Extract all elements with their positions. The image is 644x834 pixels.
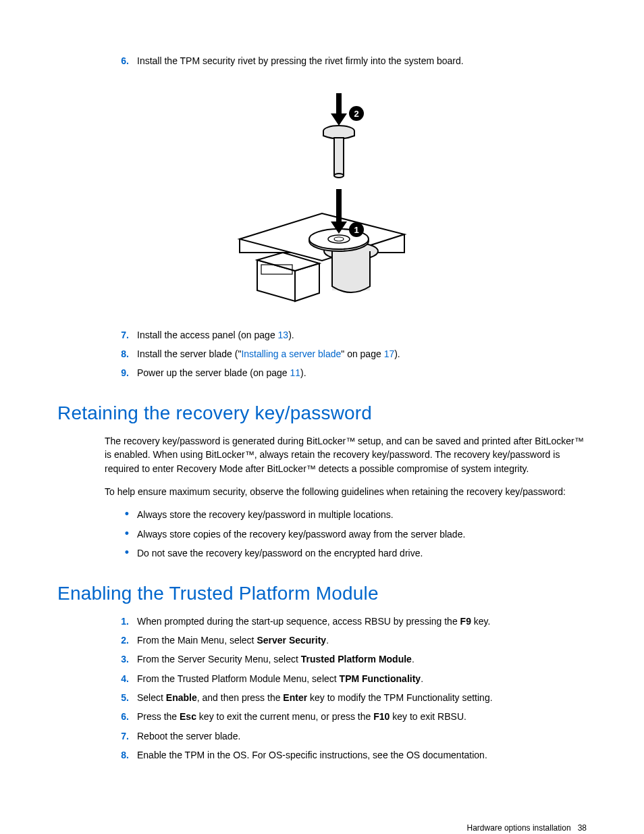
step-text: Install the access panel (on page 13). <box>137 328 587 342</box>
step-text: From the Server Security Menu, select Tr… <box>137 652 587 666</box>
menu-tpm-functionality: TPM Functionality <box>340 673 421 684</box>
heading-retaining: Retaining the recovery key/password <box>57 400 587 427</box>
en-step-6: 6. Press the Esc key to exit the current… <box>57 710 587 723</box>
page-link-11[interactable]: 11 <box>290 367 300 378</box>
step-text: Power up the server blade (on page 11). <box>137 366 587 380</box>
step-num: 8. <box>105 347 137 361</box>
step-7: 7. Install the access panel (on page 13)… <box>57 328 587 342</box>
step-text: Press the Esc key to exit the current me… <box>137 710 587 723</box>
step-num: 7. <box>105 328 137 342</box>
bullet-1: • Always store the recovery key/password… <box>57 508 587 521</box>
step-num: 9. <box>105 366 137 380</box>
bullet-text: Do not save the recovery key/password on… <box>137 546 423 560</box>
bullet-3: • Do not save the recovery key/password … <box>57 546 587 560</box>
step-num: 6. <box>105 710 137 723</box>
bullet-text: Always store the recovery key/password i… <box>137 508 394 521</box>
step-num: 4. <box>105 672 137 685</box>
footer-section: Hardware options installation <box>467 823 571 833</box>
en-step-5: 5. Select Enable, and then press the Ent… <box>57 691 587 704</box>
para-retain-2: To help ensure maximum security, observe… <box>57 485 587 498</box>
step-num: 5. <box>105 691 137 704</box>
step-num: 2. <box>105 633 137 647</box>
step-text: Install the server blade ("Installing a … <box>137 347 587 361</box>
page-link-17[interactable]: 17 <box>384 348 395 359</box>
key-enter: Enter <box>283 692 307 703</box>
svg-rect-14 <box>334 138 344 176</box>
link-installing-server-blade[interactable]: Installing a server blade <box>241 348 341 359</box>
step-text: When prompted during the start-up sequen… <box>137 615 587 628</box>
en-step-2: 2. From the Main Menu, select Server Sec… <box>57 633 587 647</box>
en-step-1: 1. When prompted during the start-up seq… <box>57 615 587 628</box>
key-f9: F9 <box>460 616 471 627</box>
en-step-3: 3. From the Server Security Menu, select… <box>57 652 587 666</box>
bullet-2: • Always store copies of the recovery ke… <box>57 527 587 541</box>
bullet-icon: • <box>105 508 137 521</box>
bullet-icon: • <box>105 546 137 560</box>
step-text: From the Main Menu, select Server Securi… <box>137 633 587 647</box>
step-num: 8. <box>105 748 137 762</box>
para-retain-1: The recovery key/password is generated d… <box>57 434 587 475</box>
callout-1: 1 <box>354 225 358 235</box>
step-9: 9. Power up the server blade (on page 11… <box>57 366 587 380</box>
step-text: Install the TPM security rivet by pressi… <box>137 54 587 68</box>
menu-trusted-platform-module: Trusted Platform Module <box>301 654 412 664</box>
en-step-4: 4. From the Trusted Platform Module Menu… <box>57 672 587 685</box>
step-6: 6. Install the TPM security rivet by pre… <box>57 54 587 68</box>
en-step-7: 7. Reboot the server blade. <box>57 729 587 743</box>
bullet-icon: • <box>105 527 137 541</box>
key-esc: Esc <box>180 711 196 722</box>
callout-2: 2 <box>354 109 358 119</box>
step-8: 8. Install the server blade ("Installing… <box>57 347 587 361</box>
footer-page: 38 <box>578 823 587 833</box>
en-step-8: 8. Enable the TPM in the OS. For OS-spec… <box>57 748 587 762</box>
step-num: 1. <box>105 615 137 628</box>
step-text: From the Trusted Platform Module Menu, s… <box>137 672 587 685</box>
heading-enabling: Enabling the Trusted Platform Module <box>57 580 587 608</box>
tpm-rivet-figure: 2 1 <box>57 88 587 307</box>
bullet-text: Always store copies of the recovery key/… <box>137 527 465 541</box>
step-num: 6. <box>105 54 137 68</box>
step-num: 3. <box>105 652 137 666</box>
option-enable: Enable <box>166 692 197 703</box>
menu-server-security: Server Security <box>257 635 326 646</box>
svg-marker-17 <box>331 113 347 126</box>
page-footer: Hardware options installation 38 <box>57 823 587 834</box>
key-f10: F10 <box>373 711 390 722</box>
page-link-13[interactable]: 13 <box>278 330 289 340</box>
step-text: Select Enable, and then press the Enter … <box>137 691 587 704</box>
step-num: 7. <box>105 729 137 743</box>
svg-point-15 <box>334 174 344 178</box>
step-text: Reboot the server blade. <box>137 729 587 743</box>
step-text: Enable the TPM in the OS. For OS-specifi… <box>137 748 587 762</box>
